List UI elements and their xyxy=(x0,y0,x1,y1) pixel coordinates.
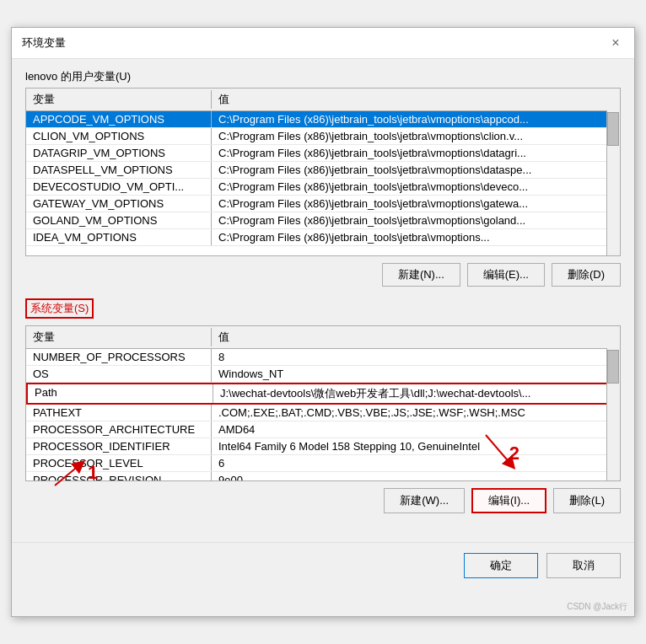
sys-scrollbar-thumb[interactable] xyxy=(607,350,619,384)
row-var: PROCESSOR_ARCHITECTURE xyxy=(26,421,212,437)
path-table-row[interactable]: Path J:\wechat-devtools\微信web开发者工具\dll;J… xyxy=(26,383,620,405)
system-vars-buttons: 新建(W)... 编辑(I)... 删除(L) xyxy=(25,488,621,513)
row-val: C:\Program Files (x86)\jetbrain_tools\je… xyxy=(212,229,620,245)
row-var: GATEWAY_VM_OPTIONS xyxy=(26,196,212,212)
row-var: PROCESSOR_IDENTIFIER xyxy=(26,438,212,454)
user-vars-table: 变量 值 APPCODE_VM_OPTIONS C:\Program Files… xyxy=(25,88,621,256)
user-delete-button[interactable]: 删除(D) xyxy=(552,263,621,287)
table-row[interactable]: IDEA_VM_OPTIONS C:\Program Files (x86)\j… xyxy=(26,229,620,246)
row-val: .COM;.EXE;.BAT;.CMD;.VBS;.VBE;.JS;.JSE;.… xyxy=(212,405,620,421)
sys-col-var-header: 变量 xyxy=(26,328,212,346)
user-col-var-header: 变量 xyxy=(26,90,212,109)
system-vars-label: 系统变量(S) xyxy=(25,298,94,319)
user-vars-header: 变量 值 xyxy=(26,89,620,111)
row-var: OS xyxy=(26,366,212,382)
row-val: C:\Program Files (x86)\jetbrain_tools\je… xyxy=(212,212,620,228)
sys-col-val-header: 值 xyxy=(212,328,620,346)
env-vars-dialog: 环境变量 × lenovo 的用户变量(U) 变量 值 APPCODE_VM_O… xyxy=(11,27,635,617)
sys-scrollbar-track[interactable] xyxy=(606,348,620,480)
row-val: 6 xyxy=(212,455,620,471)
user-new-button[interactable]: 新建(N)... xyxy=(382,263,460,287)
table-row[interactable]: NUMBER_OF_PROCESSORS 8 xyxy=(26,349,620,366)
row-val: 9e00 xyxy=(212,472,620,481)
sys-new-button[interactable]: 新建(W)... xyxy=(384,488,465,513)
row-val: AMD64 xyxy=(212,421,620,437)
row-var: DEVECOSTUDIO_VM_OPTI... xyxy=(26,179,212,195)
system-vars-body[interactable]: NUMBER_OF_PROCESSORS 8 OS Windows_NT Pat… xyxy=(26,349,620,481)
table-row[interactable]: DATAGRIP_VM_OPTIONS C:\Program Files (x8… xyxy=(26,145,620,162)
user-vars-buttons: 新建(N)... 编辑(E)... 删除(D) xyxy=(25,263,621,287)
user-col-val-header: 值 xyxy=(212,90,620,109)
table-row[interactable]: CLION_VM_OPTIONS C:\Program Files (x86)\… xyxy=(26,128,620,145)
row-val: C:\Program Files (x86)\jetbrain_tools\je… xyxy=(212,128,620,144)
scrollbar-thumb[interactable] xyxy=(607,112,619,146)
table-row[interactable]: PATHEXT .COM;.EXE;.BAT;.CMD;.VBS;.VBE;.J… xyxy=(26,405,620,421)
annotation-1-label: 1 xyxy=(88,462,98,484)
row-var: NUMBER_OF_PROCESSORS xyxy=(26,349,212,365)
close-button[interactable]: × xyxy=(607,35,624,51)
watermark: CSDN @Jack行 xyxy=(567,601,627,613)
row-val: C:\Program Files (x86)\jetbrain_tools\je… xyxy=(212,179,620,195)
row-val: C:\Program Files (x86)\jetbrain_tools\je… xyxy=(212,145,620,161)
user-vars-body[interactable]: APPCODE_VM_OPTIONS C:\Program Files (x86… xyxy=(26,111,620,256)
row-var: Path xyxy=(28,384,213,403)
row-val: Intel64 Family 6 Model 158 Stepping 10, … xyxy=(212,438,620,454)
table-row[interactable]: DEVECOSTUDIO_VM_OPTI... C:\Program Files… xyxy=(26,179,620,196)
row-var: DATAGRIP_VM_OPTIONS xyxy=(26,145,212,161)
table-row[interactable]: OS Windows_NT xyxy=(26,366,620,383)
dialog-title: 环境变量 xyxy=(22,35,66,51)
table-row[interactable]: GATEWAY_VM_OPTIONS C:\Program Files (x86… xyxy=(26,196,620,212)
row-var: PATHEXT xyxy=(26,405,212,421)
row-var: APPCODE_VM_OPTIONS xyxy=(26,111,212,127)
annotation-1: 1 xyxy=(51,456,98,490)
annotation-2: 2 xyxy=(509,468,519,490)
table-row[interactable]: GOLAND_VM_OPTIONS C:\Program Files (x86)… xyxy=(26,212,620,229)
annotation-2-label: 2 xyxy=(509,443,519,464)
user-edit-button[interactable]: 编辑(E)... xyxy=(467,263,545,287)
table-row[interactable]: PROCESSOR_REVISION 9e00 xyxy=(26,472,620,481)
row-var: GOLAND_VM_OPTIONS xyxy=(26,212,212,228)
table-row[interactable]: PROCESSOR_IDENTIFIER Intel64 Family 6 Mo… xyxy=(26,438,620,455)
row-val: 8 xyxy=(212,349,620,365)
row-val: C:\Program Files (x86)\jetbrain_tools\je… xyxy=(212,111,620,127)
row-var: DATASPELL_VM_OPTIONS xyxy=(26,162,212,178)
table-row[interactable]: PROCESSOR_LEVEL 6 xyxy=(26,455,620,472)
row-var: CLION_VM_OPTIONS xyxy=(26,128,212,144)
sys-edit-button[interactable]: 编辑(I)... xyxy=(471,488,546,513)
ok-button[interactable]: 确定 xyxy=(464,553,538,578)
bottom-buttons: 确定 取消 xyxy=(12,542,634,588)
scrollbar-track[interactable] xyxy=(606,110,620,255)
system-vars-table: 变量 值 NUMBER_OF_PROCESSORS 8 OS Windows_N… xyxy=(25,325,621,481)
row-val: Windows_NT xyxy=(212,366,620,382)
row-val: C:\Program Files (x86)\jetbrain_tools\je… xyxy=(212,162,620,178)
table-row[interactable]: DATASPELL_VM_OPTIONS C:\Program Files (x… xyxy=(26,162,620,179)
table-row[interactable]: APPCODE_VM_OPTIONS C:\Program Files (x86… xyxy=(26,111,620,128)
system-vars-header: 变量 值 xyxy=(26,326,620,349)
user-vars-label: lenovo 的用户变量(U) xyxy=(25,69,621,84)
table-row[interactable]: PROCESSOR_ARCHITECTURE AMD64 xyxy=(26,421,620,438)
sys-delete-button[interactable]: 删除(L) xyxy=(553,488,621,513)
row-var: IDEA_VM_OPTIONS xyxy=(26,229,212,245)
row-val: C:\Program Files (x86)\jetbrain_tools\je… xyxy=(212,196,620,212)
cancel-button[interactable]: 取消 xyxy=(546,553,621,578)
row-val: J:\wechat-devtools\微信web开发者工具\dll;J:\wec… xyxy=(213,384,618,403)
title-bar: 环境变量 × xyxy=(12,28,634,59)
